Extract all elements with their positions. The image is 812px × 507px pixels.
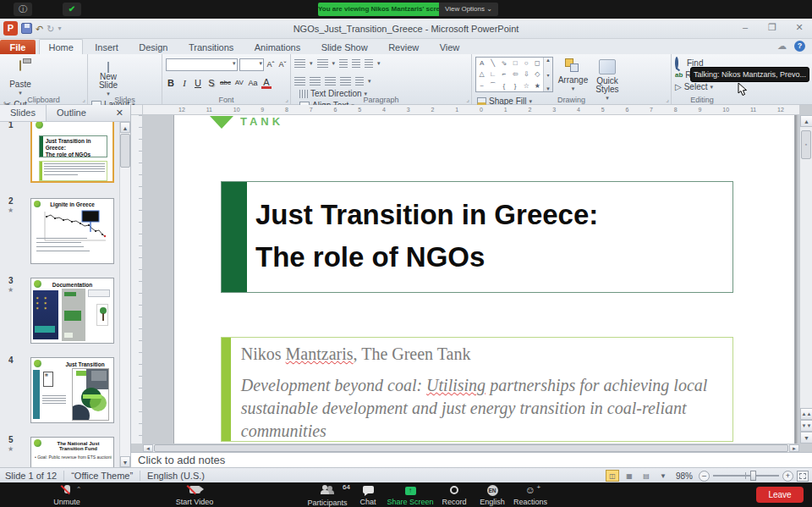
grow-font-button[interactable]: Aˆ: [266, 58, 276, 70]
line-spacing-icon[interactable]: [365, 59, 373, 68]
next-slide-button[interactable]: ▼▼: [800, 420, 812, 432]
select-button[interactable]: ▷Select▾: [675, 81, 716, 92]
zoom-in-button[interactable]: +: [782, 471, 793, 482]
arrange-button[interactable]: Arrange▾: [557, 57, 589, 94]
shape-icon[interactable]: }: [510, 80, 521, 91]
restore-button[interactable]: ❐: [765, 22, 780, 33]
tab-transitions[interactable]: Transitions: [180, 40, 242, 55]
tab-view[interactable]: View: [431, 40, 469, 55]
panel-scrollbar[interactable]: ▲ ▼: [119, 122, 130, 467]
slide-thumbnail-3[interactable]: Documentation ✶ ✶✶ ✶✶ ✶: [30, 278, 114, 344]
vertical-ruler[interactable]: [131, 115, 143, 444]
drawing-dialog-launcher[interactable]: ⌟: [666, 96, 669, 103]
quick-styles-button[interactable]: Quick Styles▾: [593, 58, 622, 95]
qat-customize-icon[interactable]: ▾: [58, 23, 61, 35]
shape-icon[interactable]: ⇘: [498, 58, 509, 69]
vertical-scrollbar[interactable]: ▲ ▲▲ ▼▼ ▼: [799, 115, 812, 444]
font-color-button[interactable]: A: [261, 78, 272, 89]
columns-icon[interactable]: [355, 77, 364, 85]
tab-home[interactable]: Home: [39, 39, 82, 54]
slide-sorter-button[interactable]: ▦: [623, 470, 636, 482]
slide-thumbnail-2[interactable]: Lignite in Greece: [30, 198, 114, 264]
slide-1[interactable]: TANK Just Transition in Greece:The role …: [173, 115, 795, 444]
minimize-button[interactable]: –: [738, 22, 753, 33]
bold-button[interactable]: B: [166, 77, 176, 89]
scroll-up-icon[interactable]: ▲: [800, 115, 812, 127]
shape-icon[interactable]: {: [498, 80, 509, 91]
shape-icon[interactable]: ⌒: [487, 80, 498, 91]
scroll-thumb[interactable]: [801, 130, 811, 159]
tab-slides[interactable]: Slides: [0, 105, 47, 121]
shape-icon[interactable]: ★: [532, 80, 543, 91]
shape-icon[interactable]: ◻: [532, 58, 543, 69]
reactions-button[interactable]: ☺+ Reactions: [501, 485, 560, 506]
slide-thumbnail-4[interactable]: Just Transition ▦: [30, 357, 114, 423]
window-titlebar[interactable]: NGOs_Just_Transition_Greece - Microsoft …: [0, 19, 812, 39]
tab-slide-show[interactable]: Slide Show: [313, 40, 376, 55]
undo-icon[interactable]: ↶: [36, 23, 43, 35]
scroll-down-icon[interactable]: ▼: [800, 432, 812, 444]
shape-icon[interactable]: ⇩: [521, 69, 532, 80]
change-case-button[interactable]: Aa: [248, 77, 258, 89]
paragraph-dialog-launcher[interactable]: ⌟: [466, 96, 469, 103]
increase-indent-icon[interactable]: [352, 59, 360, 68]
slide-thumbnail-1[interactable]: Just Transition in Greece:The role of NG…: [30, 122, 114, 183]
slideshow-button[interactable]: ▼: [656, 470, 670, 482]
numbering-icon[interactable]: [317, 59, 328, 68]
scroll-right-icon[interactable]: ►: [789, 444, 799, 452]
panel-scroll-down-icon[interactable]: ▼: [120, 456, 130, 467]
character-spacing-button[interactable]: AV: [234, 77, 244, 89]
zoom-out-button[interactable]: –: [699, 471, 710, 482]
shape-icon[interactable]: ⇦: [510, 69, 521, 80]
subtitle-placeholder[interactable]: Nikos Mantzaris, The Green Tank Developm…: [221, 337, 733, 442]
bullets-icon[interactable]: [294, 59, 305, 68]
shape-icon[interactable]: ╲: [487, 58, 498, 69]
tab-design[interactable]: Design: [130, 40, 176, 55]
shrink-font-button[interactable]: Aˇ: [277, 58, 288, 70]
shape-gallery-scroll[interactable]: ▲▾▼: [543, 58, 552, 91]
tab-review[interactable]: Review: [380, 40, 427, 55]
horizontal-ruler[interactable]: 1211109876543210123456789101112: [143, 105, 799, 115]
zoom-slider[interactable]: [713, 475, 779, 477]
tab-insert[interactable]: Insert: [86, 40, 127, 55]
normal-view-button[interactable]: ◫: [606, 470, 619, 482]
clipboard-dialog-launcher[interactable]: ⌟: [82, 96, 85, 103]
previous-slide-button[interactable]: ▲▲: [800, 408, 812, 420]
tab-outline[interactable]: Outline: [47, 105, 96, 121]
help-icon[interactable]: ?: [794, 41, 805, 52]
close-button[interactable]: ✕: [792, 22, 807, 33]
hscroll-thumb[interactable]: [154, 444, 788, 452]
cloud-sync-icon[interactable]: ☁: [777, 41, 787, 52]
font-dialog-launcher[interactable]: ⌟: [285, 96, 288, 103]
italic-button[interactable]: I: [179, 77, 189, 89]
paste-button[interactable]: Paste▾: [3, 61, 37, 98]
shape-icon[interactable]: ⌐: [498, 69, 509, 80]
align-right-icon[interactable]: [325, 77, 336, 85]
shape-icon[interactable]: ☆: [521, 80, 532, 91]
fit-to-window-button[interactable]: [797, 471, 809, 482]
reading-view-button[interactable]: ▤: [639, 470, 653, 482]
save-icon[interactable]: [21, 23, 32, 34]
start-video-button[interactable]: Start Video: [165, 485, 224, 506]
shape-icon[interactable]: ○: [521, 58, 532, 69]
shape-icon[interactable]: ~: [476, 80, 487, 91]
meeting-info-icon[interactable]: ⓘ: [14, 3, 32, 16]
security-shield-icon[interactable]: ✔: [63, 3, 81, 16]
shape-gallery[interactable]: A╲⇘□○◻△∟⌐⇦⇩◇~⌒{}☆★ ▲▾▼: [475, 57, 553, 92]
text-shadow-button[interactable]: S: [206, 77, 217, 89]
view-options-button[interactable]: View Options ⌄: [439, 3, 498, 16]
unmute-button[interactable]: ⌃ Unmute: [37, 485, 96, 506]
justify-icon[interactable]: [340, 77, 351, 85]
zoom-slider-thumb[interactable]: [750, 471, 756, 481]
theme-indicator[interactable]: “Office Theme”: [71, 471, 133, 481]
tab-animations[interactable]: Animations: [246, 40, 309, 55]
leave-button[interactable]: Leave: [756, 487, 804, 503]
language-indicator[interactable]: English (U.S.): [147, 471, 205, 481]
panel-scroll-thumb[interactable]: [120, 134, 130, 168]
scroll-left-icon[interactable]: ◄: [143, 444, 153, 452]
shape-icon[interactable]: ∟: [487, 69, 498, 80]
horizontal-scrollbar[interactable]: ◄ ►: [143, 444, 799, 452]
panel-close-icon[interactable]: ✕: [109, 105, 130, 121]
redo-icon[interactable]: ↻: [47, 23, 54, 35]
strikethrough-button[interactable]: abc: [220, 77, 231, 89]
